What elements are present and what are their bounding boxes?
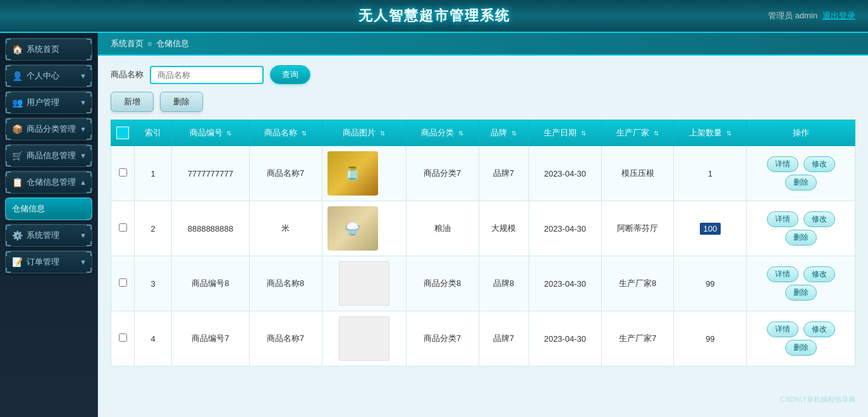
product-image-empty	[339, 316, 389, 361]
row-checkbox-3[interactable]	[119, 333, 127, 342]
sort-icon-code[interactable]: ⇅	[226, 130, 231, 137]
sort-icon-qty[interactable]: ⇅	[726, 130, 731, 137]
warehouse-icon: 📋	[12, 177, 23, 187]
row-category: 商品分类8	[406, 256, 479, 311]
detail-button-3[interactable]: 详情	[767, 321, 798, 337]
action-bar: 新增 删除	[111, 92, 855, 112]
edit-button-0[interactable]: 修改	[804, 156, 835, 172]
select-all-checkbox[interactable]	[116, 127, 129, 139]
table-row: 28888888888米🍚粮油大规模2023-04-30阿断蒂芬厅100 详情 …	[111, 201, 855, 256]
th-index: 索引	[135, 120, 172, 146]
row-checkbox-2[interactable]	[119, 278, 127, 287]
quantity-highlight: 100	[700, 223, 721, 235]
sidebar-item-warehouse-mgmt[interactable]: 📋 仓储信息管理 ▲	[5, 171, 92, 194]
search-input[interactable]	[150, 66, 264, 84]
row-production-date: 2023-04-30	[529, 201, 601, 256]
home-icon: 🏠	[12, 44, 23, 54]
table-header-row: 索引 商品编号 ⇅ 商品名称 ⇅ 商品图片 ⇅	[111, 120, 855, 146]
row-product-code: 8888888888	[172, 201, 250, 256]
logout-button[interactable]: 退出登录	[822, 10, 855, 22]
row-category: 商品分类7	[406, 311, 479, 366]
sidebar-item-home[interactable]: 🏠 系统首页	[5, 38, 92, 61]
chevron-icon-system: ▼	[80, 232, 87, 239]
th-quantity: 上架数量 ⇅	[674, 120, 747, 146]
sort-icon-image[interactable]: ⇅	[380, 130, 385, 137]
delete-row-button-1[interactable]: 删除	[785, 230, 817, 246]
personal-icon: 👤	[12, 71, 23, 81]
row-category: 粮油	[406, 201, 479, 256]
delete-row-button-3[interactable]: 删除	[785, 340, 817, 356]
row-operations: 详情 修改 删除	[747, 201, 855, 256]
row-quantity: 99	[674, 311, 747, 366]
category-icon: 📦	[12, 124, 23, 134]
chevron-icon-category: ▼	[80, 125, 87, 133]
delete-row-button-0[interactable]: 删除	[785, 175, 817, 190]
row-index: 3	[135, 256, 172, 311]
op-row-bottom: 删除	[785, 340, 817, 356]
sort-icon-mfr[interactable]: ⇅	[654, 130, 659, 137]
row-image-cell: 🍚	[322, 201, 406, 256]
add-button[interactable]: 新增	[111, 92, 154, 112]
edit-button-2[interactable]: 修改	[804, 266, 835, 282]
product-image-oil: 🫙	[327, 151, 378, 196]
delete-row-button-2[interactable]: 删除	[785, 285, 817, 301]
th-production-date: 生产日期 ⇅	[529, 120, 601, 146]
sidebar: 🏠 系统首页 👤 个人中心 ▼ 👥 用户管理 ▼ 📦 商品分类管理 ▼	[0, 33, 98, 417]
row-checkbox-0[interactable]	[119, 168, 127, 177]
breadcrumb-home: 系统首页	[111, 38, 144, 49]
product-image-rice: 🍚	[327, 206, 378, 251]
sidebar-item-user-mgmt[interactable]: 👥 用户管理 ▼	[5, 91, 92, 114]
row-checkbox-1[interactable]	[119, 223, 127, 232]
op-buttons: 详情 修改 删除	[752, 211, 850, 246]
user-info: 管理员 admin 退出登录	[768, 10, 855, 22]
th-checkbox	[111, 120, 135, 146]
row-product-code: 商品编号8	[172, 256, 250, 311]
row-production-date: 2023-04-30	[529, 146, 601, 201]
query-button[interactable]: 查询	[270, 65, 310, 84]
sidebar-item-product-mgmt[interactable]: 🛒 商品信息管理 ▼	[5, 144, 92, 167]
edit-button-3[interactable]: 修改	[804, 321, 835, 337]
sidebar-item-personal[interactable]: 👤 个人中心 ▼	[5, 65, 92, 87]
sort-icon-name[interactable]: ⇅	[302, 130, 307, 137]
th-brand: 品牌 ⇅	[479, 120, 529, 146]
row-production-date: 2023-04-30	[529, 311, 601, 366]
op-row-bottom: 删除	[785, 175, 817, 190]
sort-icon-category[interactable]: ⇅	[458, 130, 463, 137]
chevron-icon-warehouse: ▲	[80, 178, 87, 186]
th-operation: 操作	[747, 120, 855, 146]
sidebar-label-system: 系统管理	[27, 230, 59, 241]
op-row-bottom: 删除	[785, 285, 817, 301]
sidebar-item-order-mgmt[interactable]: 📝 订单管理 ▼	[5, 251, 92, 273]
sidebar-item-category-mgmt[interactable]: 📦 商品分类管理 ▼	[5, 118, 92, 140]
edit-button-1[interactable]: 修改	[804, 211, 835, 227]
search-label: 商品名称	[111, 69, 144, 80]
product-image-empty	[339, 261, 389, 306]
row-manufacturer: 阿断蒂芬厅	[601, 201, 674, 256]
detail-button-1[interactable]: 详情	[767, 211, 798, 227]
table-row: 17777777777商品名称7🫙商品分类7品牌72023-04-30模压压根1…	[111, 146, 855, 201]
op-row-top: 详情 修改	[767, 321, 835, 337]
row-image-cell	[322, 311, 406, 366]
row-quantity: 1	[674, 146, 747, 201]
row-checkbox-cell	[111, 311, 135, 366]
sidebar-label-product: 商品信息管理	[27, 150, 76, 161]
row-operations: 详情 修改 删除	[747, 256, 855, 311]
sort-icon-brand[interactable]: ⇅	[511, 130, 517, 137]
sort-icon-date[interactable]: ⇅	[581, 130, 586, 137]
detail-button-0[interactable]: 详情	[767, 156, 798, 172]
row-category: 商品分类7	[406, 146, 479, 201]
op-row-top: 详情 修改	[767, 156, 835, 172]
row-quantity: 99	[674, 256, 747, 311]
row-checkbox-cell	[111, 256, 135, 311]
row-brand: 大规模	[479, 201, 529, 256]
sidebar-item-system-mgmt[interactable]: ⚙️ 系统管理 ▼	[5, 224, 92, 247]
sidebar-item-warehouse-info[interactable]: 仓储信息	[5, 197, 92, 220]
table-row: 4商品编号7商品名称7商品分类7品牌72023-04-30生产厂家799 详情 …	[111, 311, 855, 366]
row-production-date: 2023-04-30	[529, 256, 601, 311]
detail-button-2[interactable]: 详情	[767, 266, 798, 282]
row-brand: 品牌7	[479, 146, 529, 201]
delete-button[interactable]: 删除	[160, 92, 203, 112]
order-icon: 📝	[12, 257, 23, 267]
row-product-name: 米	[249, 201, 322, 256]
th-category: 商品分类 ⇅	[406, 120, 479, 146]
